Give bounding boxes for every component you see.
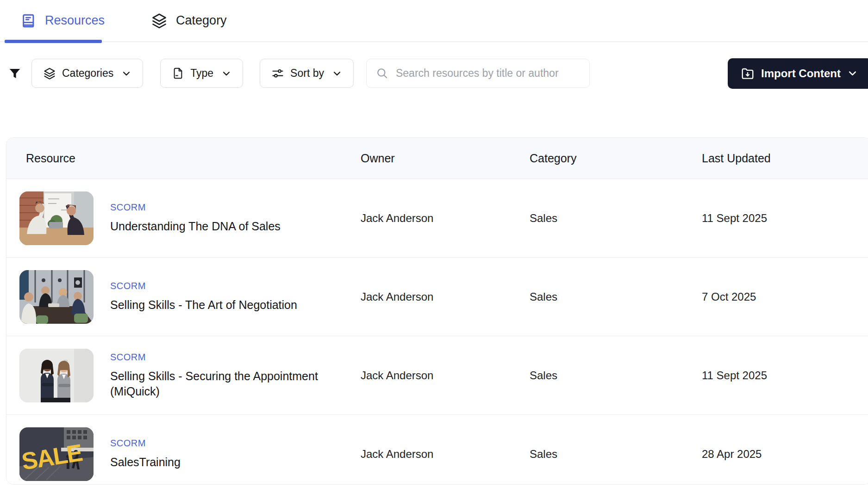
tab-bar: Resources Category [0, 0, 868, 42]
resource-last-updated: 7 Oct 2025 [698, 290, 868, 303]
resource-title[interactable]: Selling Skills - The Art of Negotiation [110, 297, 297, 313]
tab-category[interactable]: Category [151, 12, 227, 29]
resource-thumbnail-two-businesswomen [19, 349, 94, 402]
categories-filter-button[interactable]: Categories [31, 59, 143, 88]
column-header-resource: Resource [6, 152, 361, 165]
folder-download-icon [741, 67, 755, 80]
filter-funnel-icon[interactable] [8, 67, 21, 80]
file-icon [172, 67, 184, 80]
resource-last-updated: 11 Sept 2025 [698, 212, 868, 225]
categories-filter-label: Categories [62, 67, 113, 80]
resource-type-badge: SCORM [110, 352, 328, 363]
tab-category-label: Category [176, 13, 227, 28]
column-header-category: Category [530, 152, 698, 165]
resource-type-badge: SCORM [110, 202, 281, 213]
sort-by-button[interactable]: Sort by [260, 59, 354, 88]
resource-last-updated: 11 Sept 2025 [698, 369, 868, 382]
active-tab-indicator [5, 40, 102, 43]
sort-by-label: Sort by [290, 67, 324, 80]
chevron-down-icon [847, 68, 858, 79]
chevron-down-icon [332, 68, 342, 79]
column-header-last-updated: Last Updated [698, 152, 868, 165]
resource-category: Sales [530, 290, 698, 303]
tab-resources-label: Resources [45, 13, 105, 28]
import-content-button[interactable]: Import Content [728, 58, 868, 89]
resource-thumbnail-sale-sign: SALE [19, 427, 94, 481]
search-icon [376, 67, 388, 80]
resource-owner: Jack Anderson [361, 369, 530, 382]
table-row[interactable]: SCORM Understanding The DNA of Sales Jac… [6, 179, 868, 257]
resource-category: Sales [530, 212, 698, 225]
resource-thumbnail-office-team-highfive [19, 191, 94, 245]
table-row[interactable]: SALE SCORM SalesTraining Jack Anderson S… [6, 414, 868, 485]
sliders-icon [271, 67, 284, 80]
resource-title[interactable]: SalesTraining [110, 455, 181, 470]
resource-title[interactable]: Selling Skills - Securing the Appointmen… [110, 369, 328, 399]
resource-category: Sales [530, 448, 698, 461]
search-box [366, 59, 590, 88]
chevron-down-icon [221, 68, 231, 79]
search-input[interactable] [395, 67, 580, 80]
type-filter-button[interactable]: Type [160, 59, 243, 88]
resource-type-badge: SCORM [110, 438, 181, 449]
resource-owner: Jack Anderson [361, 448, 530, 461]
table-row[interactable]: SCORM Selling Skills - The Art of Negoti… [6, 257, 868, 336]
resource-last-updated: 28 Apr 2025 [698, 448, 868, 461]
book-icon [21, 13, 37, 29]
resources-table: Resource Owner Category Last Updated [6, 137, 868, 485]
layers-icon [151, 12, 168, 29]
table-header-row: Resource Owner Category Last Updated [6, 138, 868, 179]
resource-owner: Jack Anderson [361, 290, 530, 303]
resource-type-badge: SCORM [110, 281, 297, 291]
resource-owner: Jack Anderson [361, 212, 530, 225]
import-content-label: Import Content [761, 67, 841, 80]
resource-title[interactable]: Understanding The DNA of Sales [110, 219, 281, 234]
type-filter-label: Type [190, 67, 213, 80]
filter-toolbar: Categories Type [0, 58, 868, 88]
resource-category: Sales [530, 369, 698, 382]
chevron-down-icon [121, 68, 131, 79]
tab-resources[interactable]: Resources [21, 13, 105, 29]
resource-thumbnail-meeting-room [19, 270, 94, 324]
column-header-owner: Owner [361, 152, 530, 165]
table-row[interactable]: SCORM Selling Skills - Securing the Appo… [6, 336, 868, 414]
layers-icon [43, 67, 56, 80]
